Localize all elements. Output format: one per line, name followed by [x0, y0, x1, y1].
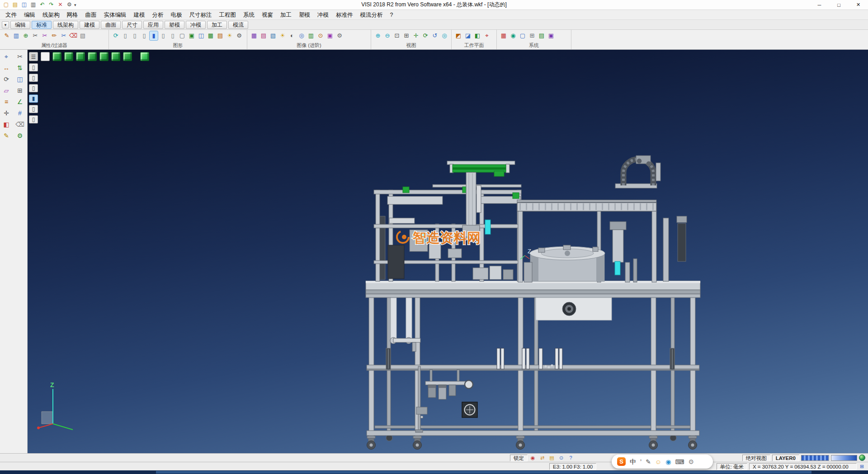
gallery-icon[interactable]: ▣ — [326, 31, 334, 40]
maximize-button[interactable]: □ — [829, 0, 849, 9]
swap-mode-icon[interactable]: ⇄ — [539, 455, 546, 461]
casters[interactable] — [367, 436, 697, 450]
offset-icon[interactable]: ≡ — [1, 97, 12, 107]
align-icon[interactable]: ✛ — [1, 108, 12, 118]
qat-dropdown-icon[interactable]: ▾ — [74, 3, 76, 7]
light-icon[interactable]: ☀ — [226, 31, 234, 40]
toolbar-list-dropdown-icon[interactable]: ▾ — [2, 21, 9, 28]
lock-toggle[interactable]: 锁定 — [510, 455, 528, 461]
image-settings-icon[interactable]: ⚙ — [335, 31, 344, 40]
control-box[interactable] — [536, 298, 612, 320]
new-file-icon[interactable]: ▢ — [2, 1, 10, 9]
menu-file[interactable]: 文件 — [2, 10, 20, 20]
help-icon[interactable]: ? — [567, 455, 574, 461]
ime-keyboard-icon[interactable]: ⌨ — [675, 458, 684, 466]
filter-surfaces-icon[interactable]: ▯ — [29, 84, 38, 92]
lamp-icon[interactable]: ☀ — [278, 31, 287, 40]
tab-apply[interactable]: 应用 — [143, 21, 163, 29]
active-layer-indicator[interactable]: LAYER0 — [772, 455, 799, 461]
edit-properties-icon[interactable]: ✎ — [3, 31, 11, 40]
movie-icon[interactable]: ▥ — [307, 31, 315, 40]
view-filter-icon[interactable]: ▥ — [12, 31, 20, 40]
filter-meshes-icon[interactable]: ▯ — [29, 115, 38, 123]
minimize-button[interactable]: ─ — [810, 0, 829, 9]
tab-wireframe[interactable]: 线架构 — [53, 21, 78, 29]
filter-symbols-icon[interactable]: ▯ — [29, 105, 38, 113]
menu-surface[interactable]: 曲面 — [82, 10, 100, 20]
snapshot-icon[interactable]: ⊙ — [316, 31, 325, 40]
open-folder-icon[interactable]: ▤ — [11, 1, 19, 9]
array-icon[interactable]: ⊞ — [14, 85, 25, 95]
sogou-logo[interactable]: S — [617, 457, 626, 466]
menu-analysis[interactable]: 分析 — [149, 10, 167, 20]
paint-attributes-icon[interactable]: ▧ — [79, 31, 87, 40]
machine-assembly[interactable]: Z — [366, 156, 700, 450]
shadow-icon[interactable]: ◐ — [288, 31, 296, 40]
filter-wireframe-icon[interactable]: ▯ — [29, 74, 38, 82]
tab-machining[interactable]: 加工 — [207, 21, 227, 29]
menu-dimension[interactable]: 尺寸标注 — [186, 10, 216, 20]
grid-settings-icon[interactable]: ⊞ — [859, 463, 865, 470]
erase-icon[interactable]: ⌫ — [69, 31, 77, 40]
menu-electrode[interactable]: 电极 — [167, 10, 186, 20]
view-right-icon[interactable] — [111, 52, 120, 61]
undo-icon[interactable]: ↶ — [38, 1, 46, 9]
texture-icon[interactable]: ▧ — [269, 31, 277, 40]
mirror-icon[interactable]: ◫ — [14, 74, 25, 84]
shaded-cylinder-icon[interactable]: ▯ — [140, 31, 148, 40]
workplane-entity-icon[interactable]: ◧ — [473, 31, 481, 40]
menu-mesh[interactable]: 网格 — [63, 10, 82, 20]
ime-mode-chinese[interactable]: 中 — [630, 458, 636, 466]
print-icon[interactable]: ▥ — [29, 1, 37, 9]
view-left-icon[interactable] — [99, 52, 108, 61]
previous-view-icon[interactable]: ↺ — [431, 31, 439, 40]
workplane-origin-icon[interactable]: ⌖ — [483, 31, 491, 40]
box-wireframe-icon[interactable]: ▢ — [178, 31, 186, 40]
cable-carrier[interactable] — [615, 156, 660, 188]
film-icon[interactable]: ▤ — [259, 31, 268, 40]
viewport-3d[interactable]: ☰ ▯▯▯▮▯▯ — [28, 50, 868, 453]
ime-punctuation-icon[interactable]: ’ — [640, 458, 642, 466]
camera-icon[interactable]: ◎ — [297, 31, 306, 40]
menu-flow-analysis[interactable]: 模流分析 — [357, 10, 387, 20]
delete-entity-icon[interactable]: ⌫ — [14, 119, 25, 129]
region-icon[interactable]: ◧ — [1, 119, 12, 129]
delete-icon[interactable]: ✕ — [57, 1, 64, 9]
grid-snap-icon[interactable]: # — [14, 108, 25, 118]
render-image-icon[interactable]: ▦ — [250, 31, 258, 40]
menu-die[interactable]: 冲模 — [314, 10, 332, 20]
box-shaded-icon[interactable]: ▣ — [188, 31, 196, 40]
cut-entity-icon[interactable]: ✂ — [31, 31, 39, 40]
zoom-out-icon[interactable]: ⊖ — [383, 31, 392, 40]
rotate-view-icon[interactable]: ⟳ — [421, 31, 429, 40]
color-grid-icon[interactable]: ▦ — [500, 31, 508, 40]
menu-help[interactable]: ? — [387, 10, 397, 20]
view-front-icon[interactable] — [76, 52, 85, 61]
rotary-table[interactable] — [530, 245, 605, 281]
hidden-line-cylinder-icon[interactable]: ▯ — [131, 31, 139, 40]
menu-standard-parts[interactable]: 标准件 — [332, 10, 357, 20]
viewbar-menu-icon[interactable]: ☰ — [29, 52, 38, 61]
pencil-edit-icon[interactable]: ✏ — [50, 31, 58, 40]
settings-icon[interactable]: ⚙ — [66, 1, 73, 9]
box-pair-icon[interactable]: ◫ — [197, 31, 205, 40]
chip-icon[interactable]: ▣ — [547, 31, 555, 40]
spreadsheet-icon[interactable]: ▤ — [538, 31, 546, 40]
menu-machining[interactable]: 加工 — [277, 10, 295, 20]
view-top-icon[interactable] — [64, 52, 73, 61]
menu-drawing[interactable]: 工程图 — [216, 10, 240, 20]
record-icon[interactable]: ◉ — [529, 455, 536, 461]
transparent-cylinder-icon[interactable]: ▯ — [159, 31, 167, 40]
pump-unit[interactable] — [462, 402, 477, 417]
ime-emoji-icon[interactable]: ☺ — [655, 458, 661, 466]
save-icon[interactable]: ◫ — [20, 1, 28, 9]
menu-solid-edit[interactable]: 实体编辑 — [100, 10, 130, 20]
rendered-cylinder-icon[interactable]: ▮ — [150, 31, 158, 40]
sketch-edit-icon[interactable]: ✎ — [1, 131, 12, 141]
scale-icon[interactable]: ▱ — [1, 85, 12, 95]
tab-modeling[interactable]: 建模 — [80, 21, 99, 29]
layer-color-bar[interactable] — [801, 455, 829, 461]
trim-scissors-icon[interactable]: ✂ — [14, 52, 25, 62]
tab-mould[interactable]: 塑模 — [165, 21, 184, 29]
depth-color-bar[interactable] — [831, 455, 857, 461]
